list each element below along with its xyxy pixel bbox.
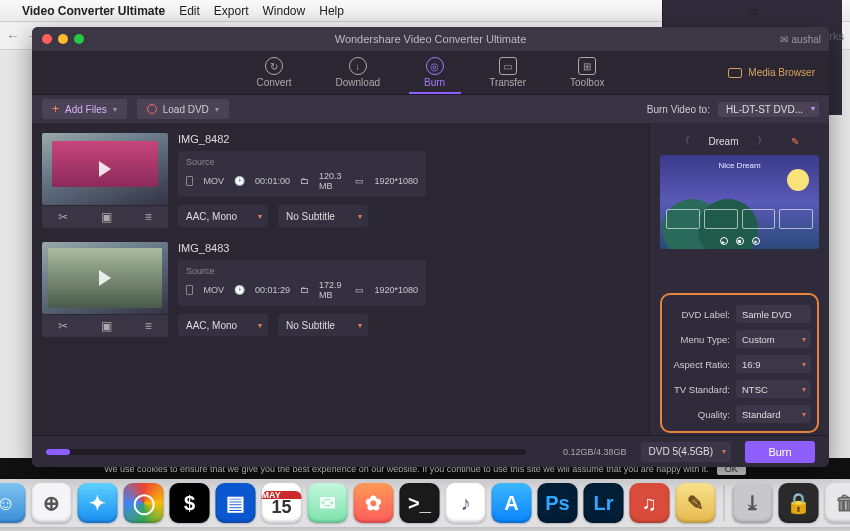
toolbar: + Add Files ▾ Load DVD ▾ Burn Video to: …: [32, 95, 829, 123]
add-files-label: Add Files: [65, 104, 107, 115]
media-browser-button[interactable]: Media Browser: [728, 67, 815, 78]
tab-convert[interactable]: ↻ Convert: [257, 57, 292, 88]
clip-size: 172.9 MB: [319, 280, 345, 300]
crop-icon[interactable]: ▣: [101, 319, 112, 333]
dock-music[interactable]: ♪: [446, 483, 486, 523]
transfer-icon: ▭: [499, 57, 517, 75]
tab-download[interactable]: ↓ Download: [336, 57, 380, 88]
file-icon: [186, 176, 193, 186]
source-box: Source MOV 🕑00:01:29 🗀172.9 MB ▭1920*108…: [178, 260, 426, 306]
clip-thumbnail[interactable]: [42, 242, 168, 314]
subtitle-value: No Subtitle: [286, 320, 335, 331]
dock-docs[interactable]: ▤: [216, 483, 256, 523]
effects-icon[interactable]: ≡: [145, 319, 152, 333]
dock-finder[interactable]: ☺: [0, 483, 26, 523]
tv-standard-select[interactable]: NTSC: [736, 380, 811, 398]
dock-safari[interactable]: ✦: [78, 483, 118, 523]
aspect-ratio-select[interactable]: 16:9: [736, 355, 811, 373]
clip-resolution: 1920*1080: [374, 285, 418, 295]
dock-systempref[interactable]: ✿: [354, 483, 394, 523]
clip-thumbnail[interactable]: [42, 133, 168, 205]
tab-burn[interactable]: ◎ Burn: [424, 57, 445, 88]
play-icon: [99, 270, 111, 286]
tab-toolbox[interactable]: ⊞ Toolbox: [570, 57, 604, 88]
burn-target-value: HL-DT-ST DVD...: [726, 104, 803, 115]
dock-lightroom[interactable]: Lr: [584, 483, 624, 523]
menu-edit[interactable]: Edit: [179, 4, 200, 18]
back-icon[interactable]: ←: [6, 28, 20, 44]
menu-help[interactable]: Help: [319, 4, 344, 18]
quality-select[interactable]: Standard: [736, 405, 811, 423]
dock-iterm[interactable]: >_: [400, 483, 440, 523]
tv-standard-value: NTSC: [742, 384, 768, 395]
tab-transfer[interactable]: ▭ Transfer: [489, 57, 526, 88]
load-dvd-label: Load DVD: [163, 104, 209, 115]
dock-appstore[interactable]: ⊕: [32, 483, 72, 523]
disc-type-select[interactable]: DVD 5(4.5GB): [641, 442, 731, 462]
burn-button[interactable]: Burn: [745, 441, 815, 463]
burn-button-label: Burn: [768, 446, 791, 458]
resolution-icon: ▭: [355, 176, 364, 186]
burn-target-select[interactable]: HL-DT-ST DVD...: [718, 102, 819, 117]
burn-to-label: Burn Video to:: [647, 104, 710, 115]
macos-dock: ☺ ⊕ ✦ ◯ $ ▤ MAY15 ✉ ✿ >_ ♪ A Ps Lr ♫ ✎ ⤓…: [0, 479, 850, 527]
clock-icon: 🕑: [234, 176, 245, 186]
theme-prev-button[interactable]: 〈: [680, 134, 690, 148]
dock-photoshop[interactable]: Ps: [538, 483, 578, 523]
theme-next-button[interactable]: 〉: [757, 134, 767, 148]
dock-calendar[interactable]: MAY15: [262, 483, 302, 523]
menu-export[interactable]: Export: [214, 4, 249, 18]
chat-icon[interactable]: ✉: [780, 34, 788, 45]
audio-select[interactable]: AAC, Mono: [178, 314, 268, 336]
menu-type-select[interactable]: Custom: [736, 330, 811, 348]
quality-value: Standard: [742, 409, 781, 420]
crop-icon[interactable]: ▣: [101, 210, 112, 224]
user-name[interactable]: aushal: [792, 34, 821, 45]
dock-notes[interactable]: ✎: [676, 483, 716, 523]
resolution-icon: ▭: [355, 285, 364, 295]
menubar-app-name[interactable]: Video Converter Ultimate: [22, 4, 165, 18]
menu-window[interactable]: Window: [263, 4, 306, 18]
dock-music2[interactable]: ♫: [630, 483, 670, 523]
subtitle-select[interactable]: No Subtitle: [278, 314, 368, 336]
dock-lock[interactable]: 🔒: [779, 483, 819, 523]
effects-icon[interactable]: ≡: [145, 210, 152, 224]
add-files-button[interactable]: + Add Files ▾: [42, 99, 127, 119]
load-dvd-button[interactable]: Load DVD ▾: [137, 99, 229, 119]
clip-list: ✂ ▣ ≡ IMG_8482 Source MOV 🕑00:01:00 🗀120…: [32, 123, 649, 441]
dvd-settings: DVD Label: Samle DVD Menu Type: Custom A…: [660, 293, 819, 433]
dock-downloads[interactable]: ⤓: [733, 483, 773, 523]
main-tabs: ↻ Convert ↓ Download ◎ Burn ▭ Transfer ⊞…: [32, 51, 829, 95]
tab-toolbox-label: Toolbox: [570, 77, 604, 88]
quality-lbl: Quality:: [668, 409, 730, 420]
subtitle-select[interactable]: No Subtitle: [278, 205, 368, 227]
preview-misc-icon[interactable]: ✶: [752, 237, 760, 245]
menu-type-lbl: Menu Type:: [668, 334, 730, 345]
theme-edit-button[interactable]: ✎: [791, 136, 799, 147]
folder-icon: 🗀: [300, 285, 309, 295]
dock-mail[interactable]: A: [492, 483, 532, 523]
aspect-ratio-lbl: Aspect Ratio:: [668, 359, 730, 370]
theme-preview[interactable]: Nice Dream ▸■✶: [660, 155, 819, 249]
dvd-label-input[interactable]: Samle DVD: [736, 305, 811, 323]
trim-icon[interactable]: ✂: [58, 210, 68, 224]
burn-icon: ◎: [426, 57, 444, 75]
moon-icon: [787, 169, 809, 191]
tab-transfer-label: Transfer: [489, 77, 526, 88]
tab-burn-label: Burn: [424, 77, 445, 88]
dock-messages[interactable]: ✉: [308, 483, 348, 523]
trim-icon[interactable]: ✂: [58, 319, 68, 333]
audio-select[interactable]: AAC, Mono: [178, 205, 268, 227]
preview-play-icon[interactable]: ▸: [720, 237, 728, 245]
preview-stop-icon[interactable]: ■: [736, 237, 744, 245]
subtitle-value: No Subtitle: [286, 211, 335, 222]
bottom-bar: 0.12GB/4.38GB DVD 5(4.5GB) Burn: [32, 435, 829, 467]
dock-chrome[interactable]: ◯: [124, 483, 164, 523]
file-icon: [186, 285, 193, 295]
battery-icon[interactable]: ▭: [748, 5, 758, 18]
dock-terminal[interactable]: $: [170, 483, 210, 523]
disc-usage-text: 0.12GB/4.38GB: [563, 447, 627, 457]
macos-menubar: Video Converter Ultimate Edit Export Win…: [0, 0, 850, 22]
media-browser-label: Media Browser: [748, 67, 815, 78]
dock-trash[interactable]: 🗑: [825, 483, 851, 523]
